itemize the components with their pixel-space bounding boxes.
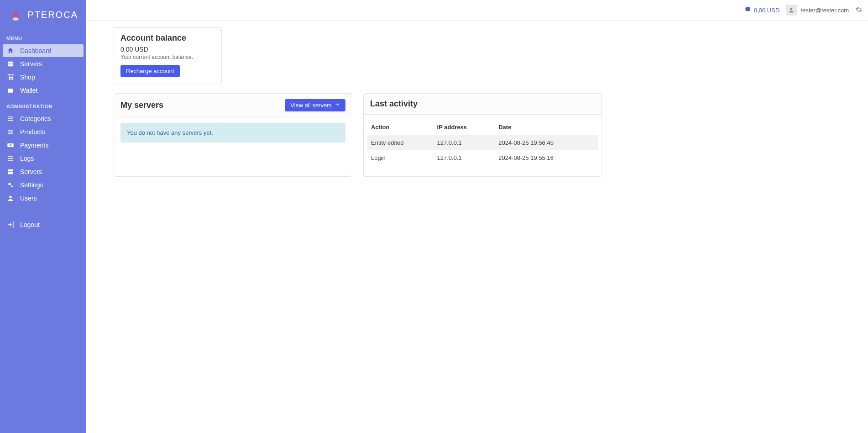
topbar-balance-value: 0,00 USD xyxy=(754,7,779,14)
sidebar-item-label: Servers xyxy=(20,60,42,68)
svg-rect-10 xyxy=(8,169,13,172)
sidebar-item-logs[interactable]: Logs xyxy=(3,152,84,165)
sidebar: PTEROCA MENU Dashboard Servers Shop Wall… xyxy=(0,0,86,433)
svg-point-12 xyxy=(8,183,10,185)
gear-icon xyxy=(855,6,863,15)
svg-point-7 xyxy=(9,133,10,135)
svg-point-5 xyxy=(9,130,10,131)
activity-cell-ip: 127.0.0.1 xyxy=(434,150,495,165)
sidebar-item-servers[interactable]: Servers xyxy=(3,58,84,70)
server-icon xyxy=(6,168,15,175)
sidebar-item-shop[interactable]: Shop xyxy=(3,71,84,84)
content: Account balance 0,00 USD Your current ac… xyxy=(86,21,868,184)
logout-icon xyxy=(6,221,15,228)
svg-rect-1 xyxy=(8,62,13,64)
view-all-servers-label: View all servers xyxy=(290,102,332,109)
sidebar-item-label: Categories xyxy=(20,115,51,122)
sidebar-item-label: Payments xyxy=(20,142,48,149)
view-all-servers-button[interactable]: View all servers xyxy=(285,99,345,111)
recharge-button[interactable]: Recharge account xyxy=(120,65,180,77)
balance-card: Account balance 0,00 USD Your current ac… xyxy=(114,27,222,84)
coins-icon xyxy=(744,6,751,14)
sidebar-item-label: Logs xyxy=(20,155,34,162)
svg-rect-11 xyxy=(8,172,13,174)
activity-title: Last activity xyxy=(370,99,418,109)
sidebar-item-users[interactable]: Users xyxy=(3,192,84,205)
balance-description: Your current account balance. xyxy=(114,53,221,65)
servers-card: My servers View all servers You do not h… xyxy=(114,93,352,177)
table-row: Login 127.0.0.1 2024-08-25 19:55:16 xyxy=(367,150,598,165)
svg-point-6 xyxy=(11,132,12,133)
arrow-right-icon xyxy=(335,102,340,109)
sidebar-item-label: Shop xyxy=(20,74,35,81)
server-icon xyxy=(6,60,15,68)
activity-col-action: Action xyxy=(367,119,434,135)
activity-cell-ip: 127.0.0.1 xyxy=(434,135,495,150)
sidebar-item-wallet[interactable]: Wallet xyxy=(3,84,84,97)
bars-icon xyxy=(6,155,15,162)
brand-logo-icon xyxy=(8,6,23,23)
sidebar-item-label: Settings xyxy=(20,181,43,189)
sidebar-item-categories[interactable]: Categories xyxy=(3,112,84,125)
sidebar-item-label: Wallet xyxy=(20,87,37,94)
topbar-user-email: tester@tester.com xyxy=(800,7,849,14)
sidebar-section-menu: MENU xyxy=(0,29,86,44)
sidebar-item-admin-servers[interactable]: Servers xyxy=(3,165,84,178)
sidebar-item-dashboard[interactable]: Dashboard xyxy=(3,44,84,57)
activity-cell-action: Entity edited xyxy=(367,135,434,150)
activity-col-date: Date xyxy=(495,119,598,135)
balance-value: 0,00 USD xyxy=(114,46,221,53)
recharge-button-label: Recharge account xyxy=(126,68,174,74)
activity-cell-date: 2024-08-25 19:55:16 xyxy=(495,150,598,165)
activity-col-ip: IP address xyxy=(434,119,495,135)
activity-card: Last activity Action IP address Date xyxy=(363,93,602,177)
svg-point-16 xyxy=(790,8,793,10)
sidebar-item-label: Products xyxy=(20,128,45,136)
avatar xyxy=(786,5,797,16)
sidebar-item-label: Users xyxy=(20,195,37,202)
topbar-balance[interactable]: 0,00 USD xyxy=(744,6,779,14)
sidebar-header: PTEROCA xyxy=(0,0,86,29)
balance-title: Account balance xyxy=(114,28,221,46)
brand-name: PTEROCA xyxy=(27,10,78,20)
sidebar-item-settings[interactable]: Settings xyxy=(3,179,84,191)
svg-point-13 xyxy=(11,185,13,187)
sidebar-item-logout[interactable]: Logout xyxy=(3,218,84,231)
activity-cell-date: 2024-08-25 19:56:45 xyxy=(495,135,598,150)
sidebar-item-label: Servers xyxy=(20,168,42,175)
svg-point-0 xyxy=(12,17,18,21)
list-icon xyxy=(6,115,15,122)
user-icon xyxy=(6,195,15,202)
topbar: 0,00 USD tester@tester.com xyxy=(86,0,868,21)
sidebar-item-label: Logout xyxy=(20,221,40,228)
sidebar-section-admin: ADMINISTRATION xyxy=(0,97,86,112)
servers-title: My servers xyxy=(120,100,163,110)
sidebar-item-payments[interactable]: Payments xyxy=(3,139,84,152)
cogs-icon xyxy=(6,181,15,189)
activity-cell-action: Login xyxy=(367,150,434,165)
activity-table: Action IP address Date Entity edited 127… xyxy=(367,119,598,165)
svg-rect-4 xyxy=(11,90,13,91)
sliders-icon xyxy=(6,128,15,136)
svg-point-9 xyxy=(10,144,11,146)
sidebar-item-products[interactable]: Products xyxy=(3,126,84,138)
sidebar-item-label: Dashboard xyxy=(20,47,52,54)
cart-icon xyxy=(6,74,15,81)
svg-rect-2 xyxy=(8,64,13,67)
money-icon xyxy=(6,142,15,149)
topbar-user[interactable]: tester@tester.com xyxy=(786,5,849,16)
svg-point-14 xyxy=(9,196,11,198)
table-row: Entity edited 127.0.0.1 2024-08-25 19:56… xyxy=(367,135,598,150)
settings-button[interactable] xyxy=(855,6,863,15)
servers-empty-message: You do not have any servers yet. xyxy=(120,123,345,143)
wallet-icon xyxy=(6,87,15,94)
home-icon xyxy=(6,47,15,54)
